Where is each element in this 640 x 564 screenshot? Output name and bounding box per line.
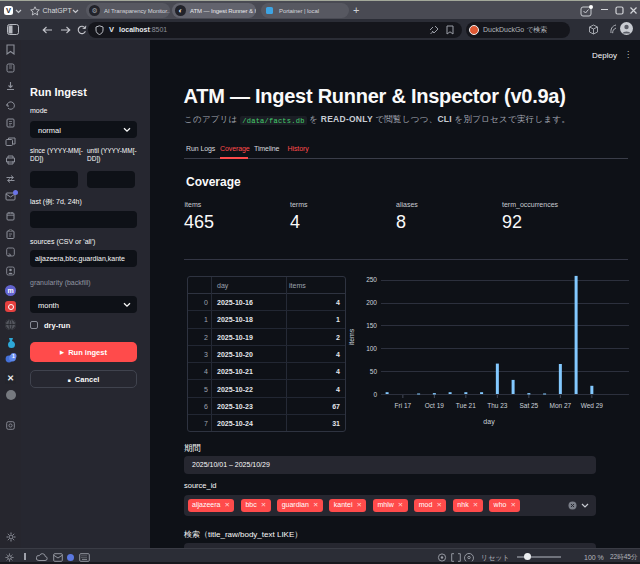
svg-text:items: items: [348, 328, 355, 345]
svg-text:150: 150: [366, 322, 377, 329]
svg-text:Mon 27: Mon 27: [550, 402, 572, 409]
svg-text:day: day: [483, 418, 495, 426]
svg-text:250: 250: [366, 276, 377, 283]
svg-text:Tue 21: Tue 21: [456, 402, 476, 409]
svg-text:0: 0: [373, 391, 377, 398]
svg-text:Sat 25: Sat 25: [519, 402, 538, 409]
svg-text:50: 50: [370, 368, 378, 375]
svg-text:1: 1: [12, 353, 15, 359]
svg-text:100: 100: [366, 345, 377, 352]
svg-text:200: 200: [366, 299, 377, 306]
svg-text:Thu 23: Thu 23: [487, 402, 508, 409]
svg-text:Oct 19: Oct 19: [425, 402, 445, 409]
svg-text:Fri 17: Fri 17: [395, 402, 412, 409]
svg-text:Wed 29: Wed 29: [581, 402, 604, 409]
